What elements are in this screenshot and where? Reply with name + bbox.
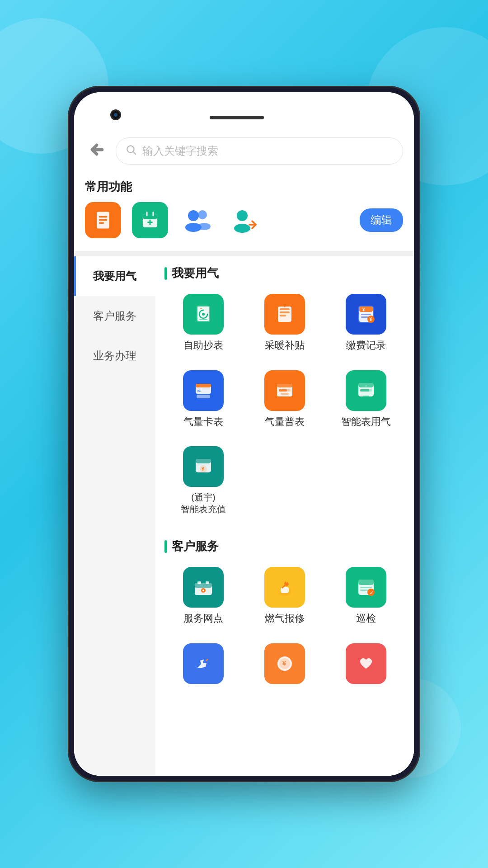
service-payment-record[interactable]: ¥ ¥ 缴费记录 [327, 288, 405, 358]
svg-rect-56 [206, 581, 209, 584]
meter-read-icon [183, 294, 224, 335]
sidebar: 我要用气 客户服务 业务办理 [74, 256, 155, 776]
customer-service-title: 客户服务 [172, 538, 219, 554]
subsidy-label: 采暖补贴 [265, 339, 305, 352]
svg-point-14 [198, 210, 207, 219]
gas-usage-grid: 自助抄表 [164, 288, 405, 520]
svg-rect-42 [279, 389, 287, 392]
svg-rect-7 [143, 214, 157, 219]
service-tools[interactable] [164, 638, 242, 694]
search-area: 输入关键字搜索 [74, 128, 414, 172]
svg-point-16 [237, 210, 248, 221]
cat-indicator [164, 267, 167, 280]
sidebar-item-business[interactable]: 业务办理 [74, 336, 155, 376]
edit-button[interactable]: 编辑 [360, 208, 403, 232]
smart-recharge-label: (通宇)智能表充值 [181, 491, 226, 515]
svg-point-17 [234, 224, 250, 233]
quick-icon-document[interactable] [85, 202, 121, 238]
customer-service-section: 客户服务 [164, 529, 405, 694]
sidebar-item-customer-service[interactable]: 客户服务 [74, 296, 155, 336]
normal-meter-label: 气量普表 [265, 415, 305, 429]
svg-line-1 [133, 152, 136, 155]
svg-rect-40 [277, 384, 292, 387]
tools-icon [183, 643, 224, 684]
svg-text:¥: ¥ [370, 317, 372, 322]
svg-rect-43 [281, 393, 289, 395]
smart-recharge-icon: ¥ [183, 446, 224, 487]
svg-rect-24 [280, 308, 290, 310]
svg-rect-62 [360, 587, 372, 588]
service-smart-recharge[interactable]: ¥ (通宇)智能表充值 [164, 441, 242, 520]
right-panel: 我要用气 [155, 256, 414, 776]
svg-rect-4 [99, 219, 107, 221]
svg-point-58 [202, 590, 204, 591]
speaker [210, 116, 264, 119]
svg-rect-29 [359, 307, 373, 312]
phone-screen: 输入关键字搜索 常用功能 [74, 92, 414, 776]
svg-rect-32 [361, 316, 368, 318]
subsidy-icon [264, 294, 305, 335]
svg-text:¥: ¥ [282, 660, 286, 667]
search-bar[interactable]: 输入关键字搜索 [116, 137, 403, 165]
svg-rect-3 [99, 216, 107, 217]
svg-text:IC: IC [197, 389, 201, 392]
svg-point-0 [127, 146, 134, 152]
divider [74, 251, 414, 256]
svg-rect-5 [99, 222, 104, 224]
service-repair[interactable]: 燃气报修 [246, 561, 324, 631]
smart-meter-icon [346, 370, 386, 411]
quick-icon-user-transfer[interactable] [226, 202, 262, 238]
service-meter-read[interactable]: 自助抄表 [164, 288, 242, 358]
search-icon [125, 144, 137, 158]
quick-icon-users[interactable] [179, 202, 215, 238]
service-point-label: 服务网点 [183, 612, 223, 625]
card-meter-label: 气量卡表 [183, 415, 223, 429]
service-card-meter[interactable]: IC 气量卡表 [164, 365, 242, 434]
notch-area [74, 92, 414, 128]
service-smart-meter[interactable]: 智能表用气 [327, 365, 405, 434]
quick-icon-calendar-add[interactable] [132, 202, 168, 238]
service-subsidy[interactable]: 采暖补贴 [246, 288, 324, 358]
payment-record-label: 缴费记录 [346, 339, 386, 352]
service-inspection[interactable]: ✓ 巡检 [327, 561, 405, 631]
meter-read-label: 自助抄表 [183, 339, 223, 352]
coin-icon: ¥ [264, 643, 305, 684]
svg-rect-54 [195, 583, 212, 588]
section-title: 常用功能 [85, 179, 403, 195]
gas-usage-header: 我要用气 [164, 256, 405, 288]
gas-usage-title: 我要用气 [172, 265, 219, 281]
sidebar-item-gas-usage[interactable]: 我要用气 [74, 256, 155, 296]
camera [110, 109, 121, 120]
svg-rect-61 [358, 580, 374, 585]
service-coin[interactable]: ¥ [246, 638, 324, 694]
svg-rect-26 [280, 315, 286, 316]
repair-label: 燃气报修 [265, 612, 305, 625]
inspection-label: 巡检 [356, 612, 376, 625]
svg-rect-50 [196, 459, 211, 463]
svg-rect-25 [280, 311, 290, 313]
health-icon [346, 643, 386, 684]
search-placeholder: 输入关键字搜索 [142, 144, 218, 158]
customer-service-header: 客户服务 [164, 529, 405, 561]
service-point[interactable]: 服务网点 [164, 561, 242, 631]
content-area: 输入关键字搜索 常用功能 [74, 128, 414, 776]
common-functions-section: 常用功能 [74, 172, 414, 251]
svg-rect-47 [360, 389, 369, 392]
service-point-icon [183, 567, 224, 608]
svg-text:✓: ✓ [370, 590, 373, 595]
quick-icons-row: 编辑 [85, 202, 403, 247]
repair-icon [264, 567, 305, 608]
svg-rect-55 [197, 581, 201, 584]
main-content: 我要用气 客户服务 业务办理 我要用气 [74, 256, 414, 776]
svg-rect-31 [361, 314, 371, 315]
service-health[interactable] [327, 638, 405, 694]
smart-meter-label: 智能表用气 [341, 415, 391, 429]
back-button[interactable] [85, 139, 108, 163]
service-normal-meter[interactable]: 气量普表 [246, 365, 324, 434]
svg-text:¥: ¥ [362, 307, 365, 312]
gas-usage-section: 我要用气 [164, 256, 405, 520]
cat-indicator-2 [164, 540, 167, 553]
svg-rect-22 [199, 319, 207, 320]
normal-meter-icon [264, 370, 305, 411]
svg-text:¥: ¥ [202, 466, 205, 472]
